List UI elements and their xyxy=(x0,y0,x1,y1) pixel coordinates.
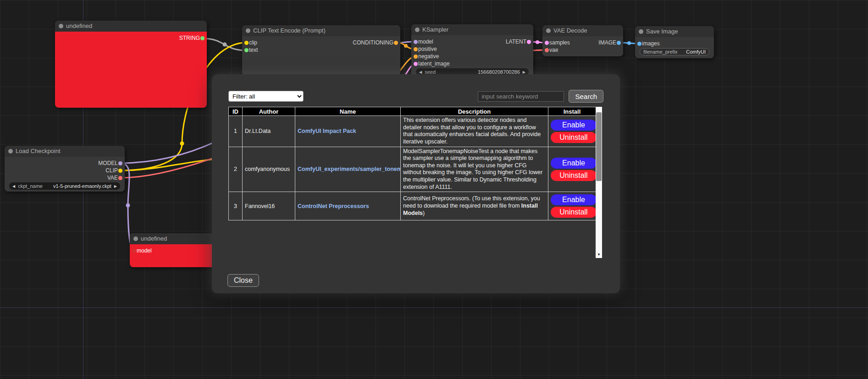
node-collapse-dot[interactable] xyxy=(639,29,643,34)
node-title: Save Image xyxy=(646,28,678,35)
prev-arrow-icon[interactable]: ◀ xyxy=(12,184,15,188)
string-output-slot[interactable] xyxy=(200,36,205,40)
node-title: KSampler xyxy=(422,26,448,33)
row-description: ControlNet Preprocessors. (To use this e… xyxy=(401,192,548,220)
image-output-slot[interactable] xyxy=(617,41,621,45)
vae-output-label: VAE xyxy=(107,175,118,181)
enable-button[interactable]: Enable xyxy=(551,120,597,131)
node-ksampler[interactable]: KSampler model LATENT positive negative … xyxy=(411,24,533,79)
header-description: Description xyxy=(401,107,548,116)
enable-button[interactable]: Enable xyxy=(551,158,597,169)
node-title: undefined xyxy=(66,22,92,29)
images-input-slot[interactable] xyxy=(637,42,641,46)
node-undefined-top[interactable]: undefined STRING xyxy=(55,21,207,108)
scrollbar-thumb[interactable] xyxy=(596,112,602,181)
search-input[interactable] xyxy=(478,91,564,102)
model-input-slot[interactable] xyxy=(414,40,418,44)
node-collapse-dot[interactable] xyxy=(415,27,420,32)
node-title-bar[interactable]: undefined xyxy=(55,21,207,32)
node-title-bar[interactable]: VAE Decode xyxy=(542,25,623,36)
node-clip-text-encode[interactable]: CLIP Text Encode (Prompt) clip CONDITION… xyxy=(242,25,400,76)
filter-select[interactable]: Filter: all xyxy=(228,91,304,102)
next-arrow-icon[interactable]: ▶ xyxy=(114,184,117,188)
latent-image-input-slot[interactable] xyxy=(414,62,418,66)
uninstall-button[interactable]: Uninstall xyxy=(551,170,597,181)
row-author: comfyanonymous xyxy=(243,147,295,192)
header-install: Install xyxy=(548,107,596,116)
latent-image-input-label: latent_image xyxy=(418,60,450,67)
increment-arrow-icon[interactable]: ▶ xyxy=(523,70,525,74)
enable-button[interactable]: Enable xyxy=(551,194,597,205)
text-input-slot[interactable] xyxy=(244,48,249,52)
row-id: 2 xyxy=(229,147,243,192)
node-collapse-dot[interactable] xyxy=(59,24,63,28)
ckpt-name-value: v1-5-pruned-emaonly.ckpt xyxy=(53,183,111,189)
row-author: Dr.Lt.Data xyxy=(243,116,295,147)
table-row: 2 comfyanonymous ComfyUI_experiments/sam… xyxy=(229,147,596,192)
table-row: 3 Fannovel16 ControlNet Preprocessors Co… xyxy=(229,192,596,220)
uninstall-button[interactable]: Uninstall xyxy=(551,132,597,143)
canvas-axis-horizontal xyxy=(0,308,868,308)
node-load-checkpoint[interactable]: Load Checkpoint MODEL CLIP VAE ◀ ckpt_na… xyxy=(5,146,125,192)
row-description: ModelSamplerTonemapNoiseTest a node that… xyxy=(401,147,548,192)
negative-input-label: negative xyxy=(418,53,439,60)
extension-table-area: ID Author Name Description Install 1 Dr.… xyxy=(228,107,603,258)
extension-link[interactable]: ComfyUI_experiments/sampler_tonemap xyxy=(298,166,401,172)
model-output-label: MODEL xyxy=(98,160,118,166)
node-title-bar[interactable]: Load Checkpoint xyxy=(5,146,125,157)
string-output-label: STRING xyxy=(179,35,200,41)
node-title: VAE Decode xyxy=(553,27,587,34)
model-input-label: model xyxy=(137,247,152,254)
header-id: ID xyxy=(229,107,243,116)
model-input-label: model xyxy=(418,38,433,45)
latent-output-label: LATENT xyxy=(506,38,526,45)
node-vae-decode[interactable]: VAE Decode samples IMAGE vae xyxy=(542,25,623,56)
node-collapse-dot[interactable] xyxy=(546,28,551,33)
model-output-slot[interactable] xyxy=(118,161,122,165)
node-collapse-dot[interactable] xyxy=(246,28,250,33)
positive-input-slot[interactable] xyxy=(414,47,418,51)
samples-input-slot[interactable] xyxy=(545,41,549,45)
ckpt-name-widget[interactable]: ◀ ckpt_name v1-5-pruned-emaonly.ckpt ▶ xyxy=(9,182,120,190)
clip-input-slot[interactable] xyxy=(244,41,249,45)
close-button[interactable]: Close xyxy=(227,274,259,287)
row-description: This extension offers various detector n… xyxy=(401,116,548,147)
header-author: Author xyxy=(243,107,295,116)
table-header-row: ID Author Name Description Install xyxy=(229,107,596,116)
node-title: undefined xyxy=(141,235,167,242)
filename-prefix-value: ComfyUI xyxy=(686,49,706,55)
node-collapse-dot[interactable] xyxy=(133,236,138,241)
uninstall-button[interactable]: Uninstall xyxy=(551,207,597,218)
decrement-arrow-icon[interactable]: ◀ xyxy=(419,70,422,74)
table-scrollbar[interactable]: ▼ xyxy=(596,107,602,258)
conditioning-output-slot[interactable] xyxy=(394,41,398,45)
node-title-bar[interactable]: KSampler xyxy=(411,24,533,35)
clip-output-slot[interactable] xyxy=(118,169,122,173)
vae-output-slot[interactable] xyxy=(118,176,122,180)
clip-output-label: CLIP xyxy=(105,167,118,174)
ckpt-name-label: ckpt_name xyxy=(18,183,43,189)
node-title-bar[interactable]: CLIP Text Encode (Prompt) xyxy=(242,25,400,36)
header-name: Name xyxy=(295,107,401,116)
node-title: Load Checkpoint xyxy=(16,148,61,154)
search-button[interactable]: Search xyxy=(569,90,603,103)
node-title-bar[interactable]: Save Image xyxy=(635,26,714,37)
vae-input-slot[interactable] xyxy=(545,48,549,52)
manager-dialog: Filter: all Search ID Author Name Descri… xyxy=(212,74,620,293)
negative-input-slot[interactable] xyxy=(414,55,418,59)
row-install-cell: Enable Uninstall xyxy=(548,147,596,192)
scroll-down-arrow-icon[interactable]: ▼ xyxy=(596,251,602,258)
samples-input-label: samples xyxy=(549,39,570,46)
conditioning-output-label: CONDITIONING xyxy=(353,39,393,46)
text-input-label: text xyxy=(249,47,258,53)
latent-output-slot[interactable] xyxy=(527,40,531,44)
node-collapse-dot[interactable] xyxy=(8,149,13,154)
model-input-slot[interactable] xyxy=(132,249,136,253)
extension-link[interactable]: ComfyUI Impact Pack xyxy=(298,128,356,134)
filename-prefix-label: filename_prefix xyxy=(643,49,678,55)
extension-link[interactable]: ControlNet Preprocessors xyxy=(298,203,369,209)
row-id: 3 xyxy=(229,192,243,220)
filename-prefix-widget[interactable]: filename_prefix ComfyUI xyxy=(640,48,709,55)
row-author: Fannovel16 xyxy=(243,192,295,220)
node-save-image[interactable]: Save Image images filename_prefix ComfyU… xyxy=(635,26,714,58)
